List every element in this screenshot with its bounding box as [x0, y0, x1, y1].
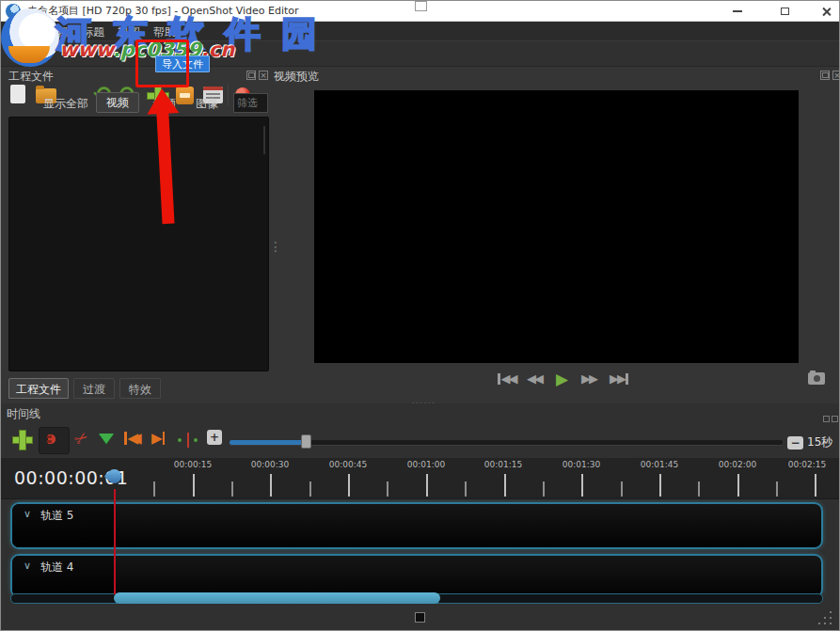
annotation-arrow-head [146, 87, 179, 115]
ruler-tick-major [504, 474, 506, 497]
filter-show-all-button[interactable]: 显示全部 [40, 94, 92, 113]
ruler-tick-minor [698, 481, 700, 497]
track-label: 轨道 5 [40, 508, 73, 524]
ruler-tick-major [270, 474, 272, 497]
project-panel-close-icon[interactable]: × [259, 71, 268, 80]
preview-panel-close-icon[interactable]: × [832, 71, 840, 80]
timeline-title: 时间线 [7, 406, 40, 422]
timeline-zoom-slider[interactable] [230, 440, 783, 445]
toolbar-separator [228, 84, 229, 105]
ruler-label: 00:01:00 [402, 460, 451, 469]
ruler-tick-major [193, 474, 195, 497]
tab-transitions[interactable]: 过渡 [73, 378, 115, 399]
minimize-icon [733, 10, 742, 12]
magnet-icon [48, 434, 55, 444]
previous-marker-button[interactable]: ◀◀ [123, 430, 135, 447]
menu-title[interactable]: 标题 [82, 24, 104, 40]
track-label: 轨道 4 [40, 560, 73, 576]
openshot-window: 未命名项目 [HD 720p 30 fps] - OpenShot Video … [0, 0, 840, 631]
preview-panel-undock-icon[interactable] [820, 71, 830, 80]
add-marker-icon[interactable] [99, 434, 114, 444]
ruler-tick-minor [621, 481, 623, 497]
window-title: 未命名项目 [HD 720p 30 fps] - OpenShot Video … [27, 1, 299, 22]
annotation-arrow [141, 87, 190, 227]
preview-panel-title: 视频预览 [274, 69, 319, 85]
track-row-4[interactable]: ∨ 轨道 4 [10, 554, 823, 598]
zoom-in-icon[interactable]: + [207, 430, 222, 445]
jump-to-start-button[interactable]: ◀◀ [497, 371, 516, 386]
project-panel-title: 工程文件 [8, 69, 54, 85]
jump-to-end-button[interactable]: ▶▶ [610, 371, 629, 386]
minimize-button[interactable] [722, 1, 753, 22]
jump-start-icon [498, 373, 500, 385]
fast-forward-button[interactable]: ▶▶ [581, 371, 596, 386]
timeline-scrollbar-handle[interactable] [114, 592, 440, 604]
timeline-zoom-slider-fill [230, 440, 305, 445]
new-project-icon[interactable] [10, 85, 25, 103]
ruler-label: 00:01:45 [635, 460, 684, 469]
ruler-tick-minor [153, 481, 155, 497]
ruler-tick-major [737, 474, 739, 497]
snapping-toggle-button[interactable] [39, 427, 70, 454]
jump-end-icon [626, 373, 628, 385]
menu-help[interactable]: 帮助 [153, 24, 176, 40]
menu-view[interactable]: 视图 [118, 24, 140, 40]
track-header[interactable]: ∨ 轨道 4 [12, 556, 116, 596]
ruler-label: 00:01:15 [479, 460, 528, 469]
play-button[interactable]: ▶ [556, 370, 568, 388]
ruler-label: 00:01:30 [557, 460, 606, 469]
add-track-button[interactable] [13, 431, 32, 450]
ruler-tick-major [815, 474, 816, 497]
files-scrollbar[interactable] [263, 126, 265, 154]
filter-video-button[interactable]: 视频 [96, 92, 139, 113]
ruler-tick-minor [465, 481, 467, 497]
tab-effects[interactable]: 特效 [119, 378, 161, 399]
timeline-ruler[interactable]: 00:00:00:01 00:00:15 00:00:30 00:00:45 0… [1, 458, 840, 499]
zoom-out-icon[interactable]: − [787, 436, 803, 450]
playhead-line [114, 489, 116, 594]
filter-image-button[interactable]: 图像 [192, 94, 222, 113]
track-header[interactable]: ∨ 轨道 5 [12, 504, 116, 547]
ruler-tick-minor [543, 481, 545, 497]
close-button[interactable] [811, 1, 840, 22]
ruler-label: 00:00:15 [168, 460, 217, 469]
chevron-down-icon[interactable]: ∨ [24, 560, 31, 572]
maximize-icon [781, 8, 789, 15]
timeline-undock-icon[interactable] [823, 416, 830, 422]
project-files-list[interactable] [8, 117, 269, 371]
menu-edit[interactable]: 编辑 [46, 24, 69, 40]
track-row-5[interactable]: ∨ 轨道 5 [10, 502, 823, 549]
ruler-tick-major [348, 474, 350, 497]
tab-project-files[interactable]: 工程文件 [8, 378, 69, 399]
camera-icon[interactable] [808, 372, 825, 385]
timeline-close-icon[interactable] [832, 416, 838, 422]
project-panel-undock-icon[interactable] [246, 71, 256, 80]
rewind-button[interactable]: ◀◀ [527, 371, 542, 386]
menu-bar: 文件 编辑 标题 视图 帮助 [1, 22, 840, 40]
maximize-button[interactable] [769, 1, 800, 22]
window-resize-grip[interactable] [818, 611, 833, 626]
next-marker-button[interactable]: ▶ [151, 430, 166, 447]
ruler-tick-minor [387, 481, 388, 497]
chevron-down-icon[interactable]: ∨ [24, 508, 31, 520]
annotation-arrow-shaft [156, 112, 174, 225]
main-toolbar: ↶ ↷ [1, 40, 840, 67]
ruler-label: 00:02:00 [713, 460, 762, 469]
ruler-tick-minor [776, 481, 778, 497]
center-playhead-icon[interactable] [178, 432, 198, 449]
filter-input[interactable] [233, 93, 268, 113]
app-logo-icon [6, 4, 21, 19]
annotation-highlight-box [135, 39, 189, 87]
ruler-tick-major [581, 474, 583, 497]
video-preview-screen [314, 90, 799, 363]
ruler-label: 00:00:30 [246, 460, 294, 469]
panel-splitter-vertical[interactable]: ⋮ [269, 239, 282, 254]
ruler-tick-major [426, 474, 428, 497]
screenshot-artifact-top [415, 1, 427, 11]
ruler-tick-minor [231, 481, 233, 497]
screenshot-artifact-bottom [415, 612, 425, 623]
menu-file[interactable]: 文件 [10, 24, 33, 40]
timeline-zoom-slider-handle[interactable] [301, 434, 311, 449]
close-icon [821, 7, 832, 17]
timeline-zoom-level: 15秒 [807, 434, 832, 450]
